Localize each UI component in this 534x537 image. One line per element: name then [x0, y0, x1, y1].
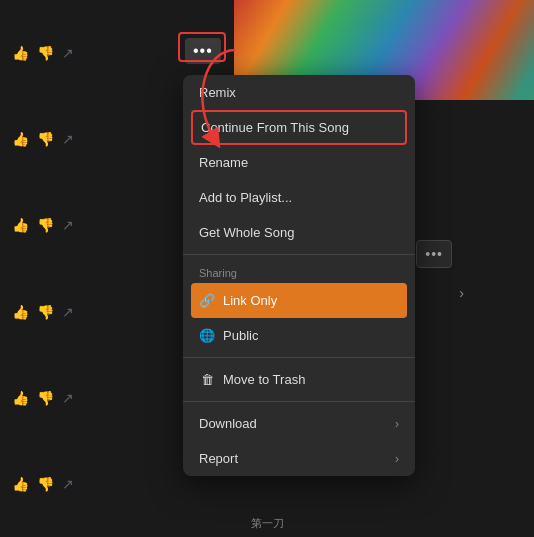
menu-item-public[interactable]: 🌐 Public — [183, 318, 415, 353]
more-options-button-mid[interactable]: ••• — [416, 240, 452, 268]
public-label: Public — [223, 328, 258, 343]
share-icon[interactable]: ↗ — [62, 131, 74, 147]
globe-icon: 🌐 — [199, 328, 215, 343]
thumbs-down-icon[interactable]: 👎 — [37, 390, 54, 406]
download-label: Download — [199, 416, 257, 431]
share-icon[interactable]: ↗ — [62, 217, 74, 233]
menu-item-get-whole[interactable]: Get Whole Song — [183, 215, 415, 250]
context-menu: Remix Continue From This Song Rename Add… — [183, 75, 415, 476]
more-options-button-top[interactable]: ••• — [185, 38, 221, 64]
menu-item-report[interactable]: Report › — [183, 441, 415, 476]
get-whole-label: Get Whole Song — [199, 225, 294, 240]
menu-item-trash[interactable]: 🗑 Move to Trash — [183, 362, 415, 397]
trash-icon: 🗑 — [199, 372, 215, 387]
trash-label: Move to Trash — [223, 372, 305, 387]
chevron-right-icon: › — [459, 285, 464, 301]
arrow-right-icon: › — [395, 417, 399, 431]
menu-item-link-only[interactable]: 🔗 Link Only — [191, 283, 407, 318]
add-playlist-label: Add to Playlist... — [199, 190, 292, 205]
continue-label: Continue From This Song — [201, 120, 349, 135]
link-only-label: Link Only — [223, 293, 277, 308]
thumbs-down-icon[interactable]: 👎 — [37, 45, 54, 61]
thumbs-up-icon[interactable]: 👍 — [12, 476, 29, 492]
menu-item-rename[interactable]: Rename — [183, 145, 415, 180]
rename-label: Rename — [199, 155, 248, 170]
menu-item-add-playlist[interactable]: Add to Playlist... — [183, 180, 415, 215]
link-icon: 🔗 — [199, 293, 215, 308]
share-icon[interactable]: ↗ — [62, 390, 74, 406]
menu-divider-2 — [183, 357, 415, 358]
song-row: 👍 👎 ↗ — [0, 109, 180, 169]
share-icon[interactable]: ↗ — [62, 304, 74, 320]
menu-item-remix[interactable]: Remix — [183, 75, 415, 110]
thumbs-up-icon[interactable]: 👍 — [12, 217, 29, 233]
share-icon[interactable]: ↗ — [62, 476, 74, 492]
menu-divider-3 — [183, 401, 415, 402]
report-label: Report — [199, 451, 238, 466]
menu-item-continue[interactable]: Continue From This Song — [191, 110, 407, 145]
song-rows-container: 👍 👎 ↗ 👍 👎 ↗ 👍 👎 ↗ 👍 👎 ↗ 👍 👎 ↗ 👍 👎 ↗ — [0, 0, 180, 537]
song-row: 👍 👎 ↗ — [0, 368, 180, 428]
thumbs-down-icon[interactable]: 👎 — [37, 217, 54, 233]
song-row: 👍 👎 ↗ — [0, 282, 180, 342]
remix-label: Remix — [199, 85, 236, 100]
thumbs-down-icon[interactable]: 👎 — [37, 131, 54, 147]
thumbs-down-icon[interactable]: 👎 — [37, 304, 54, 320]
thumbs-up-icon[interactable]: 👍 — [12, 304, 29, 320]
song-row: 👍 👎 ↗ — [0, 23, 180, 83]
song-row: 👍 👎 ↗ — [0, 454, 180, 514]
thumbs-down-icon[interactable]: 👎 — [37, 476, 54, 492]
thumbs-up-icon[interactable]: 👍 — [12, 390, 29, 406]
thumbs-up-icon[interactable]: 👍 — [12, 131, 29, 147]
share-icon[interactable]: ↗ — [62, 45, 74, 61]
sharing-section-label: Sharing — [183, 259, 415, 283]
menu-divider — [183, 254, 415, 255]
arrow-right-icon-2: › — [395, 452, 399, 466]
song-row: 👍 👎 ↗ — [0, 195, 180, 255]
menu-item-download[interactable]: Download › — [183, 406, 415, 441]
bottom-label: 第一刀 — [243, 514, 292, 533]
thumbs-up-icon[interactable]: 👍 — [12, 45, 29, 61]
